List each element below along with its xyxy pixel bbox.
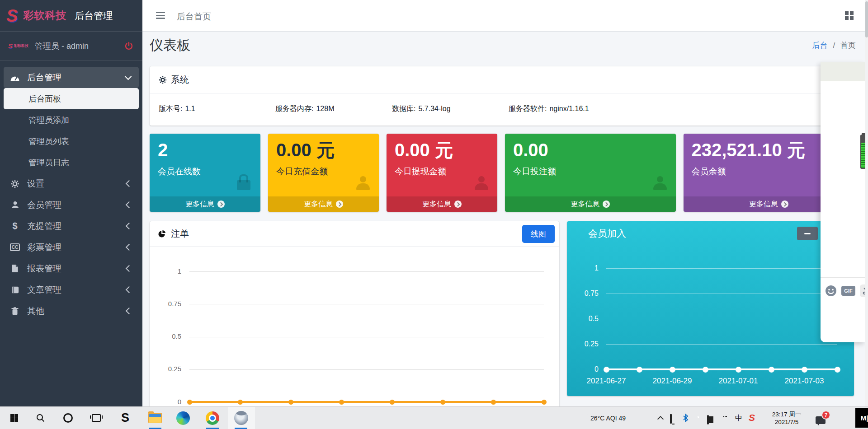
mi-app-tile[interactable]: M| xyxy=(855,408,868,428)
logout-power-icon[interactable] xyxy=(124,42,133,51)
brand-company: 彩软科技 xyxy=(23,9,66,23)
sidebar-subitem-admin-add[interactable]: 管理员添加 xyxy=(4,109,139,131)
sidebar-subitem-admin-log[interactable]: 管理员日志 xyxy=(4,152,139,173)
system-info-server: 服务器软件:nginx/1.16.1 xyxy=(509,104,625,114)
info-value: 128M xyxy=(316,105,334,112)
task-view-icon xyxy=(92,414,101,422)
x-axis-label: 2021-07-03 xyxy=(776,377,832,386)
gridline xyxy=(189,369,544,370)
emoji-icon[interactable] xyxy=(825,285,837,297)
stat-card-body: 0.00 元 今日充值金额 xyxy=(268,134,379,196)
person-icon xyxy=(652,176,668,190)
sogou-icon[interactable]: S xyxy=(749,412,755,423)
user-name: 管理员 - admin xyxy=(35,41,89,51)
search-icon xyxy=(36,414,45,422)
avatar-app-button[interactable] xyxy=(230,407,252,429)
sidebar-item-backend-admin[interactable]: 后台管理 xyxy=(4,67,139,88)
data-point xyxy=(736,367,741,373)
file-explorer-button[interactable] xyxy=(144,407,166,429)
task-view-button[interactable] xyxy=(85,407,107,429)
data-point xyxy=(670,367,675,373)
bluetooth-icon[interactable] xyxy=(683,414,689,422)
sidebar-item-label: 报表管理 xyxy=(27,263,127,275)
notification-badge: 7 xyxy=(821,410,830,420)
battery-tray-icon[interactable] xyxy=(707,416,709,424)
trash-icon xyxy=(9,307,21,315)
sidebar-item-reports[interactable]: 报表管理 xyxy=(4,258,139,279)
gif-icon[interactable]: GIF xyxy=(841,286,855,296)
chrome-browser-button[interactable] xyxy=(202,407,223,429)
data-point xyxy=(339,400,344,405)
data-point xyxy=(802,367,807,373)
system-info-version: 版本号:1.1 xyxy=(159,104,275,114)
more-info-button[interactable]: 更多信息 xyxy=(150,196,260,212)
arrow-circle-icon xyxy=(217,201,225,208)
hamburger-menu-icon[interactable] xyxy=(156,12,165,19)
scrollbar-track[interactable] xyxy=(865,0,868,406)
weather-text[interactable]: 26°C AQI 49 xyxy=(590,415,626,422)
dollar-icon: $ xyxy=(9,221,21,231)
sidebar: S 彩软科技 后台管理 S 彩软科技 管理员 - admin 后台管理 后台面板… xyxy=(0,0,142,406)
scrollbar-thumb[interactable] xyxy=(865,1,868,37)
chevron-left-icon xyxy=(126,265,133,272)
folder-icon xyxy=(148,413,162,423)
top-navbar: 后台首页 xyxy=(142,0,868,32)
data-point xyxy=(288,400,293,405)
chevron-left-icon xyxy=(126,180,133,187)
network-monitor-icon[interactable] xyxy=(670,415,672,423)
system-panel: 系统 版本号:1.1 服务器内存:128M 数据库:5.7.34-log 服务器… xyxy=(150,66,854,126)
scissors-icon[interactable] xyxy=(860,284,865,297)
cairuan-app-button[interactable]: S xyxy=(114,407,136,429)
sidebar-item-settings[interactable]: 设置 xyxy=(4,173,139,194)
ime-indicator[interactable]: 中 xyxy=(735,414,742,423)
more-info-label: 更多信息 xyxy=(185,200,214,209)
edge-browser-button[interactable] xyxy=(172,407,194,429)
sidebar-item-deposit-withdraw[interactable]: $ 充提管理 xyxy=(4,215,139,237)
sidebar-item-label: 其他 xyxy=(27,305,127,317)
search-button[interactable] xyxy=(29,407,51,429)
sidebar-item-members[interactable]: 会员管理 xyxy=(4,194,139,215)
stat-value: 0.00 元 xyxy=(395,140,489,160)
sidebar-subitem-admin-list[interactable]: 管理员列表 xyxy=(4,131,139,152)
sidebar-item-other[interactable]: 其他 xyxy=(4,300,139,322)
lock-icon xyxy=(237,180,250,190)
more-info-button[interactable]: 更多信息 xyxy=(387,196,497,212)
system-info-memory: 服务器内存:128M xyxy=(275,104,392,114)
more-info-label: 更多信息 xyxy=(749,200,778,209)
breadcrumb-link[interactable]: 后台 xyxy=(812,41,828,50)
nav-home-link[interactable]: 后台首页 xyxy=(177,11,211,23)
gridline xyxy=(189,271,544,272)
sidebar-item-lottery[interactable]: 彩票管理 xyxy=(4,237,139,258)
apps-grid-icon[interactable] xyxy=(845,11,854,20)
notification-center-button[interactable]: 7 xyxy=(816,413,829,424)
tray-expand-chevron-icon[interactable] xyxy=(657,416,664,422)
more-info-button[interactable]: 更多信息 xyxy=(505,196,676,212)
more-info-label: 更多信息 xyxy=(422,200,451,209)
ring-icon xyxy=(63,413,73,423)
stat-cards-row: 2 会员在线数 更多信息 0.00 元 今日充值金额 更多信息 0.00 元 今… xyxy=(150,134,854,212)
brand[interactable]: S 彩软科技 后台管理 xyxy=(0,0,142,32)
more-info-label: 更多信息 xyxy=(571,200,599,209)
chevron-left-icon xyxy=(126,244,133,251)
chevron-left-icon xyxy=(126,223,133,230)
cortana-button[interactable] xyxy=(57,407,79,429)
more-info-button[interactable]: 更多信息 xyxy=(268,196,379,212)
data-point xyxy=(238,400,243,405)
person-icon xyxy=(355,176,371,190)
members-join-panel: 会员加入 10.750.50.2502021-06-272021-06-2920… xyxy=(567,221,854,396)
y-axis-label: 0.75 xyxy=(571,289,599,298)
stat-card-today-bets: 0.00 今日投注额 更多信息 xyxy=(505,134,676,212)
gridline xyxy=(189,304,544,304)
cc-icon xyxy=(9,243,21,251)
chat-overlay-panel: GIF xyxy=(821,62,865,342)
sidebar-item-label: 会员管理 xyxy=(27,199,127,211)
info-value: 5.7.34-log xyxy=(418,105,450,112)
info-label: 服务器内存: xyxy=(275,105,313,112)
clock[interactable]: 23:17 周一 2021/7/5 xyxy=(766,410,807,426)
start-button[interactable] xyxy=(3,407,25,429)
gridline xyxy=(606,344,837,345)
person-icon xyxy=(474,176,489,190)
sidebar-item-articles[interactable]: 文章管理 xyxy=(4,279,139,300)
sidebar-subitem-dashboard[interactable]: 后台面板 xyxy=(4,88,139,109)
orders-chart-panel: 注单 线图 10.750.50.250 xyxy=(150,221,559,429)
